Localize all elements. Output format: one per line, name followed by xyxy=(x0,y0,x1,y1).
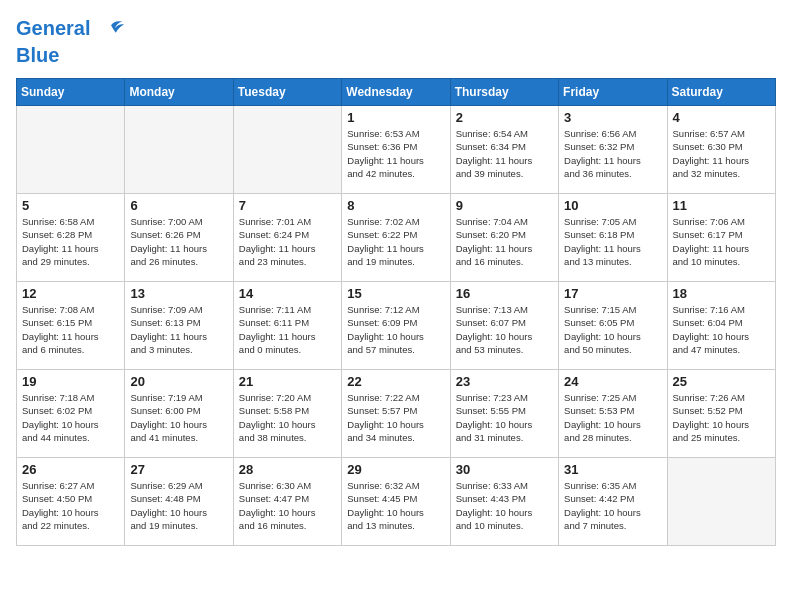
day-number: 11 xyxy=(673,198,770,213)
day-info: Sunrise: 6:32 AM Sunset: 4:45 PM Dayligh… xyxy=(347,479,444,532)
calendar-cell: 29Sunrise: 6:32 AM Sunset: 4:45 PM Dayli… xyxy=(342,458,450,546)
day-info: Sunrise: 6:54 AM Sunset: 6:34 PM Dayligh… xyxy=(456,127,553,180)
week-row-3: 12Sunrise: 7:08 AM Sunset: 6:15 PM Dayli… xyxy=(17,282,776,370)
day-info: Sunrise: 6:30 AM Sunset: 4:47 PM Dayligh… xyxy=(239,479,336,532)
calendar-cell: 11Sunrise: 7:06 AM Sunset: 6:17 PM Dayli… xyxy=(667,194,775,282)
calendar-cell: 28Sunrise: 6:30 AM Sunset: 4:47 PM Dayli… xyxy=(233,458,341,546)
calendar-cell: 26Sunrise: 6:27 AM Sunset: 4:50 PM Dayli… xyxy=(17,458,125,546)
calendar-cell: 1Sunrise: 6:53 AM Sunset: 6:36 PM Daylig… xyxy=(342,106,450,194)
day-info: Sunrise: 6:27 AM Sunset: 4:50 PM Dayligh… xyxy=(22,479,119,532)
calendar-cell: 6Sunrise: 7:00 AM Sunset: 6:26 PM Daylig… xyxy=(125,194,233,282)
day-number: 7 xyxy=(239,198,336,213)
calendar-cell: 17Sunrise: 7:15 AM Sunset: 6:05 PM Dayli… xyxy=(559,282,667,370)
day-info: Sunrise: 7:13 AM Sunset: 6:07 PM Dayligh… xyxy=(456,303,553,356)
day-info: Sunrise: 7:08 AM Sunset: 6:15 PM Dayligh… xyxy=(22,303,119,356)
day-number: 25 xyxy=(673,374,770,389)
calendar-cell: 18Sunrise: 7:16 AM Sunset: 6:04 PM Dayli… xyxy=(667,282,775,370)
day-info: Sunrise: 6:35 AM Sunset: 4:42 PM Dayligh… xyxy=(564,479,661,532)
day-number: 21 xyxy=(239,374,336,389)
calendar-cell: 23Sunrise: 7:23 AM Sunset: 5:55 PM Dayli… xyxy=(450,370,558,458)
day-number: 10 xyxy=(564,198,661,213)
day-info: Sunrise: 6:56 AM Sunset: 6:32 PM Dayligh… xyxy=(564,127,661,180)
calendar-cell: 3Sunrise: 6:56 AM Sunset: 6:32 PM Daylig… xyxy=(559,106,667,194)
day-number: 15 xyxy=(347,286,444,301)
day-info: Sunrise: 7:20 AM Sunset: 5:58 PM Dayligh… xyxy=(239,391,336,444)
calendar-cell xyxy=(17,106,125,194)
calendar-cell: 30Sunrise: 6:33 AM Sunset: 4:43 PM Dayli… xyxy=(450,458,558,546)
calendar-cell xyxy=(667,458,775,546)
calendar-cell xyxy=(125,106,233,194)
day-number: 1 xyxy=(347,110,444,125)
calendar-cell: 2Sunrise: 6:54 AM Sunset: 6:34 PM Daylig… xyxy=(450,106,558,194)
day-info: Sunrise: 7:18 AM Sunset: 6:02 PM Dayligh… xyxy=(22,391,119,444)
page-header: General Blue xyxy=(16,16,776,66)
calendar-cell: 8Sunrise: 7:02 AM Sunset: 6:22 PM Daylig… xyxy=(342,194,450,282)
week-row-2: 5Sunrise: 6:58 AM Sunset: 6:28 PM Daylig… xyxy=(17,194,776,282)
calendar-cell: 12Sunrise: 7:08 AM Sunset: 6:15 PM Dayli… xyxy=(17,282,125,370)
day-number: 16 xyxy=(456,286,553,301)
calendar-cell xyxy=(233,106,341,194)
day-info: Sunrise: 7:04 AM Sunset: 6:20 PM Dayligh… xyxy=(456,215,553,268)
day-number: 20 xyxy=(130,374,227,389)
day-info: Sunrise: 7:00 AM Sunset: 6:26 PM Dayligh… xyxy=(130,215,227,268)
calendar-cell: 25Sunrise: 7:26 AM Sunset: 5:52 PM Dayli… xyxy=(667,370,775,458)
day-number: 8 xyxy=(347,198,444,213)
day-number: 4 xyxy=(673,110,770,125)
day-info: Sunrise: 6:29 AM Sunset: 4:48 PM Dayligh… xyxy=(130,479,227,532)
day-info: Sunrise: 7:19 AM Sunset: 6:00 PM Dayligh… xyxy=(130,391,227,444)
day-number: 28 xyxy=(239,462,336,477)
day-number: 2 xyxy=(456,110,553,125)
day-number: 27 xyxy=(130,462,227,477)
calendar-cell: 19Sunrise: 7:18 AM Sunset: 6:02 PM Dayli… xyxy=(17,370,125,458)
calendar-cell: 10Sunrise: 7:05 AM Sunset: 6:18 PM Dayli… xyxy=(559,194,667,282)
calendar-cell: 13Sunrise: 7:09 AM Sunset: 6:13 PM Dayli… xyxy=(125,282,233,370)
header-saturday: Saturday xyxy=(667,79,775,106)
calendar-cell: 27Sunrise: 6:29 AM Sunset: 4:48 PM Dayli… xyxy=(125,458,233,546)
day-info: Sunrise: 7:15 AM Sunset: 6:05 PM Dayligh… xyxy=(564,303,661,356)
calendar-cell: 7Sunrise: 7:01 AM Sunset: 6:24 PM Daylig… xyxy=(233,194,341,282)
day-info: Sunrise: 7:09 AM Sunset: 6:13 PM Dayligh… xyxy=(130,303,227,356)
calendar-cell: 22Sunrise: 7:22 AM Sunset: 5:57 PM Dayli… xyxy=(342,370,450,458)
header-monday: Monday xyxy=(125,79,233,106)
logo-general: General xyxy=(16,17,90,39)
day-number: 31 xyxy=(564,462,661,477)
day-number: 9 xyxy=(456,198,553,213)
day-info: Sunrise: 7:12 AM Sunset: 6:09 PM Dayligh… xyxy=(347,303,444,356)
week-row-5: 26Sunrise: 6:27 AM Sunset: 4:50 PM Dayli… xyxy=(17,458,776,546)
week-row-4: 19Sunrise: 7:18 AM Sunset: 6:02 PM Dayli… xyxy=(17,370,776,458)
day-number: 13 xyxy=(130,286,227,301)
day-number: 12 xyxy=(22,286,119,301)
day-number: 30 xyxy=(456,462,553,477)
day-number: 17 xyxy=(564,286,661,301)
day-number: 14 xyxy=(239,286,336,301)
day-info: Sunrise: 7:06 AM Sunset: 6:17 PM Dayligh… xyxy=(673,215,770,268)
day-info: Sunrise: 7:02 AM Sunset: 6:22 PM Dayligh… xyxy=(347,215,444,268)
day-number: 24 xyxy=(564,374,661,389)
calendar-cell: 20Sunrise: 7:19 AM Sunset: 6:00 PM Dayli… xyxy=(125,370,233,458)
day-info: Sunrise: 7:25 AM Sunset: 5:53 PM Dayligh… xyxy=(564,391,661,444)
calendar-cell: 24Sunrise: 7:25 AM Sunset: 5:53 PM Dayli… xyxy=(559,370,667,458)
day-info: Sunrise: 7:05 AM Sunset: 6:18 PM Dayligh… xyxy=(564,215,661,268)
header-thursday: Thursday xyxy=(450,79,558,106)
calendar-cell: 9Sunrise: 7:04 AM Sunset: 6:20 PM Daylig… xyxy=(450,194,558,282)
day-number: 29 xyxy=(347,462,444,477)
day-number: 22 xyxy=(347,374,444,389)
day-number: 19 xyxy=(22,374,119,389)
day-number: 23 xyxy=(456,374,553,389)
day-info: Sunrise: 6:53 AM Sunset: 6:36 PM Dayligh… xyxy=(347,127,444,180)
day-number: 5 xyxy=(22,198,119,213)
calendar-cell: 4Sunrise: 6:57 AM Sunset: 6:30 PM Daylig… xyxy=(667,106,775,194)
day-number: 26 xyxy=(22,462,119,477)
day-info: Sunrise: 7:22 AM Sunset: 5:57 PM Dayligh… xyxy=(347,391,444,444)
logo-bird-icon xyxy=(98,16,126,44)
day-number: 18 xyxy=(673,286,770,301)
day-info: Sunrise: 6:33 AM Sunset: 4:43 PM Dayligh… xyxy=(456,479,553,532)
header-row: SundayMondayTuesdayWednesdayThursdayFrid… xyxy=(17,79,776,106)
day-info: Sunrise: 6:58 AM Sunset: 6:28 PM Dayligh… xyxy=(22,215,119,268)
header-friday: Friday xyxy=(559,79,667,106)
day-info: Sunrise: 7:16 AM Sunset: 6:04 PM Dayligh… xyxy=(673,303,770,356)
day-number: 3 xyxy=(564,110,661,125)
header-wednesday: Wednesday xyxy=(342,79,450,106)
logo: General Blue xyxy=(16,16,126,66)
day-info: Sunrise: 7:01 AM Sunset: 6:24 PM Dayligh… xyxy=(239,215,336,268)
